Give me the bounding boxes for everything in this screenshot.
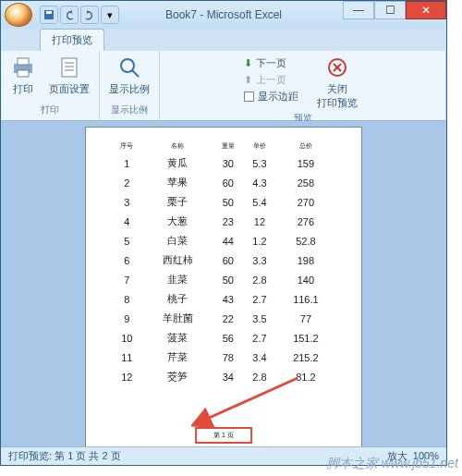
close-preview-button[interactable]: 关闭 打印预览 <box>313 53 361 112</box>
close-preview-label: 关闭 打印预览 <box>317 82 358 110</box>
qat-save-icon[interactable] <box>40 6 58 24</box>
group-print-label: 打印 <box>41 104 59 118</box>
checkbox-icon <box>244 92 254 102</box>
table-row: 1黄瓜305.3159 <box>112 153 335 173</box>
page-setup-icon <box>56 55 82 80</box>
quick-access-toolbar: ▾ <box>40 6 119 24</box>
table-header: 序号 <box>112 139 142 153</box>
show-margins-checkbox[interactable]: 显示边距 <box>244 90 298 104</box>
table-header: 重量 <box>213 139 244 153</box>
table-row: 9羊肚菌223.577 <box>112 309 335 328</box>
table-row: 6西红柿603.3198 <box>112 250 335 270</box>
table-header: 单价 <box>243 139 276 153</box>
window-title: Book7 - Microsoft Excel <box>165 8 282 21</box>
maximize-button[interactable]: ☐ <box>374 1 406 19</box>
next-page-button[interactable]: ⬇下一页 <box>244 56 298 70</box>
table-row: 2苹果604.3258 <box>112 173 335 192</box>
qat-redo-icon[interactable] <box>80 6 99 24</box>
svg-rect-4 <box>18 70 29 77</box>
printer-icon <box>10 55 36 80</box>
table-row: 5白菜441.252.8 <box>112 231 335 250</box>
svg-rect-5 <box>62 58 77 77</box>
page-preview: 序号名称重量单价总价 1黄瓜305.31592苹果604.32583栗子505.… <box>85 127 362 446</box>
table-row: 10菠菜562.7151.2 <box>112 328 335 348</box>
group-zoom-label: 显示比例 <box>111 104 148 118</box>
table-row: 8桃子432.7116.1 <box>112 289 335 309</box>
close-preview-icon <box>324 55 350 80</box>
table-row: 11芹菜783.4215.2 <box>112 348 335 367</box>
arrow-up-icon: ⬆ <box>244 74 252 86</box>
qat-undo-icon[interactable] <box>60 6 79 24</box>
status-page-info: 打印预览: 第 1 页 共 2 页 <box>8 449 121 463</box>
data-table: 序号名称重量单价总价 1黄瓜305.31592苹果604.32583栗子505.… <box>112 139 335 386</box>
page-setup-button[interactable]: 页面设置 <box>45 53 93 98</box>
svg-line-10 <box>132 70 139 77</box>
table-row: 3栗子505.4270 <box>112 192 335 212</box>
table-row: 4大葱2312276 <box>112 212 335 231</box>
ribbon-tabs: 打印预览 <box>1 29 446 51</box>
svg-point-9 <box>121 59 134 72</box>
table-row: 7韭菜502.8140 <box>112 270 335 289</box>
page-setup-label: 页面设置 <box>49 82 90 96</box>
ribbon: 打印 页面设置 打印 显示比例 显示比例 ⬇下一页 ⬆上一页 显示边 <box>1 51 446 121</box>
prev-page-button[interactable]: ⬆上一页 <box>244 73 298 87</box>
magnifier-icon <box>116 55 142 80</box>
table-header: 名称 <box>142 139 213 153</box>
minimize-button[interactable]: — <box>343 1 374 19</box>
zoom-button[interactable]: 显示比例 <box>105 53 153 98</box>
qat-dropdown-icon[interactable]: ▾ <box>101 6 119 24</box>
office-button[interactable] <box>5 3 32 27</box>
tab-print-preview[interactable]: 打印预览 <box>40 29 104 51</box>
close-button[interactable]: ✕ <box>406 1 446 19</box>
page-footer-highlight: 第 1 页 <box>195 427 252 444</box>
arrow-down-icon: ⬇ <box>244 57 252 69</box>
print-label: 打印 <box>13 82 33 96</box>
svg-rect-3 <box>18 58 29 65</box>
preview-area[interactable]: 序号名称重量单价总价 1黄瓜305.31592苹果604.32583栗子505.… <box>1 121 446 446</box>
svg-rect-1 <box>46 11 52 14</box>
table-header: 总价 <box>276 139 335 153</box>
table-row: 12茭笋342.881.2 <box>112 367 335 386</box>
title-bar: ▾ Book7 - Microsoft Excel — ☐ ✕ <box>1 1 446 29</box>
print-button[interactable]: 打印 <box>6 53 40 98</box>
zoom-label: 显示比例 <box>109 82 150 96</box>
watermark: 脚本之家 www.jb51.net <box>326 456 458 472</box>
